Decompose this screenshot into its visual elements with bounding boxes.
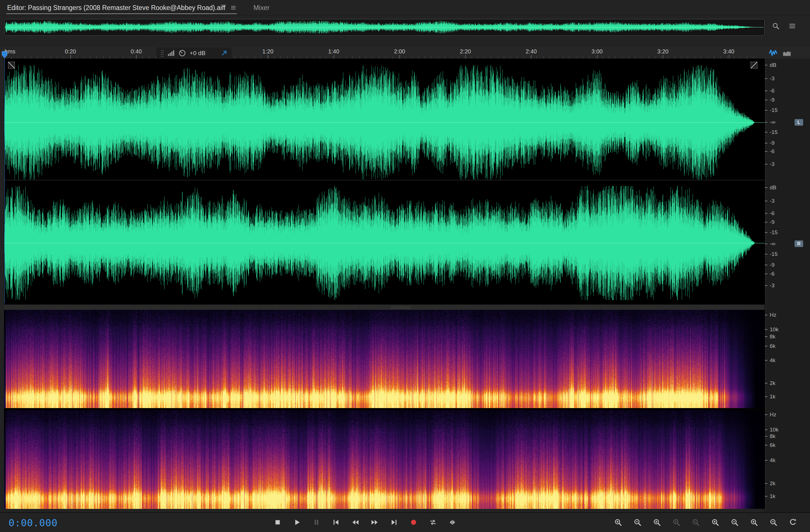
spectral-display-left[interactable] — [4, 310, 765, 408]
zoom-out-amplitude-icon — [730, 518, 739, 527]
fast-forward-button[interactable] — [368, 515, 382, 529]
overview-waveform[interactable] — [5, 20, 763, 34]
db-scale-label: dB — [765, 185, 776, 191]
zoom-out-time-button[interactable] — [631, 515, 644, 529]
hz-scale-label: 6k — [765, 442, 775, 448]
zoom-in-amplitude-button[interactable] — [708, 515, 722, 529]
ruler-major-tick — [136, 55, 136, 59]
hud-grip-icon[interactable] — [161, 49, 164, 57]
hz-scale-label: 1k — [765, 494, 775, 499]
rewind-button[interactable] — [349, 515, 362, 529]
panel-tab-bar: Editor: Passing Strangers (2008 Remaster… — [0, 0, 810, 16]
status-transport-bar: 0:00.000 — [0, 512, 810, 532]
level-frequency-scales[interactable]: L R dB-3-6-9-15-∞-15-9-6-3dB-3-6-9-15-∞-… — [765, 59, 810, 512]
overview-menu-button[interactable] — [787, 20, 798, 32]
zoom-in-at-in-point-button[interactable] — [669, 515, 683, 529]
overview-zoom-icon — [772, 22, 780, 30]
loop-playback-icon — [429, 518, 437, 527]
db-scale-label: -3 — [765, 198, 775, 204]
db-scale-label: -9 — [765, 97, 775, 103]
waveform-view-toggle[interactable] — [768, 47, 779, 58]
zoom-reset-icon — [788, 518, 797, 527]
overview-strip[interactable] — [4, 19, 765, 36]
ruler-major-tick — [597, 55, 598, 59]
db-scale-label: -∞ — [765, 119, 775, 125]
playhead-marker-icon — [2, 51, 7, 59]
hz-scale-label: 6k — [765, 343, 775, 349]
hz-scale-label: 8k — [765, 434, 775, 439]
zoom-in-at-in-point-icon — [672, 518, 681, 527]
editor-tab-label: Editor: Passing Strangers (2008 Remaster… — [7, 4, 225, 12]
overview-zoom-button[interactable] — [770, 20, 781, 32]
timeline-ruler[interactable]: hms 0:200:401:001:201:402:002:202:403:00… — [0, 47, 810, 59]
spectral-display-right[interactable] — [4, 410, 765, 509]
hz-scale-label: 2k — [765, 481, 775, 486]
skip-selection-icon — [448, 518, 457, 527]
hud-gain-value[interactable]: +0 dB — [190, 50, 205, 57]
gain-hud[interactable]: +0 dB — [157, 47, 232, 59]
hz-scale-label: 8k — [765, 334, 775, 340]
db-scale-label: -9 — [765, 262, 775, 268]
waveform-view-icon — [768, 48, 778, 58]
time-display[interactable]: 0:00.000 — [9, 517, 58, 529]
zoom-in-at-out-point-button[interactable] — [689, 515, 702, 529]
skip-to-start-button[interactable] — [329, 515, 343, 529]
overview-menu-icon — [788, 22, 797, 30]
fade-out-handle-icon[interactable] — [750, 62, 758, 68]
panel-splitter[interactable] — [4, 304, 798, 310]
db-scale-label: -6 — [765, 271, 775, 277]
zoom-reset-button[interactable] — [786, 515, 800, 529]
stop-button[interactable] — [271, 515, 285, 529]
view-toggles — [768, 47, 792, 58]
zoom-to-selection-icon — [652, 518, 662, 527]
hz-scale-label: 4k — [765, 457, 775, 463]
ruler-time-label: 3:40 — [723, 48, 734, 55]
db-scale-label: -15 — [765, 107, 777, 113]
transport-controls — [271, 515, 459, 529]
tab-mixer[interactable]: Mixer — [253, 0, 269, 15]
splitter-grip[interactable] — [391, 306, 411, 309]
zoom-in-frequency-button[interactable] — [747, 515, 761, 529]
record-button[interactable] — [407, 515, 420, 529]
ruler-time-label: 2:00 — [394, 48, 405, 55]
skip-selection-button[interactable] — [446, 515, 459, 529]
mixer-tab-label: Mixer — [253, 4, 269, 12]
tab-editor[interactable]: Editor: Passing Strangers (2008 Remaster… — [0, 0, 237, 15]
overview-tools — [770, 20, 798, 32]
db-scale-label: -6 — [765, 88, 775, 94]
zoom-in-time-button[interactable] — [611, 515, 625, 529]
panel-menu-icon[interactable] — [230, 4, 237, 11]
waveform-display[interactable] — [4, 59, 765, 304]
play-icon — [293, 518, 301, 527]
ruler-major-tick — [531, 55, 532, 59]
hud-gain-knob-icon[interactable] — [178, 49, 186, 57]
skip-to-end-button[interactable] — [387, 515, 401, 529]
db-scale-label: -6 — [765, 210, 775, 216]
ruler-major-tick — [466, 55, 466, 59]
db-scale-label: -15 — [765, 230, 777, 235]
hz-scale-label: Hz — [765, 412, 776, 418]
skip-to-end-icon — [390, 518, 399, 527]
pause-button[interactable] — [310, 515, 323, 529]
playhead-marker[interactable] — [2, 51, 7, 60]
right-channel-badge: R — [795, 240, 803, 247]
ruler-major-tick — [663, 55, 663, 59]
hud-pin-icon[interactable] — [221, 50, 228, 57]
fade-in-handle-icon[interactable] — [8, 62, 15, 68]
hz-scale-label: Hz — [765, 312, 776, 318]
hz-scale-label: 10k — [765, 427, 779, 433]
fast-forward-icon — [370, 518, 379, 527]
play-button[interactable] — [290, 515, 304, 529]
ruler-time-label: 1:20 — [262, 48, 274, 55]
loop-playback-button[interactable] — [426, 515, 440, 529]
zoom-out-frequency-button[interactable] — [766, 515, 780, 529]
zoom-out-time-icon — [633, 518, 642, 527]
ruler-time-label: 0:20 — [65, 48, 76, 55]
zoom-to-selection-button[interactable] — [650, 515, 664, 529]
spectral-view-toggle[interactable] — [781, 47, 792, 58]
rewind-icon — [351, 518, 360, 527]
zoom-in-time-icon — [614, 518, 622, 527]
ruler-time-label: 1:40 — [328, 48, 339, 55]
ruler-time-label: 3:00 — [592, 48, 603, 55]
zoom-out-amplitude-button[interactable] — [728, 515, 742, 529]
